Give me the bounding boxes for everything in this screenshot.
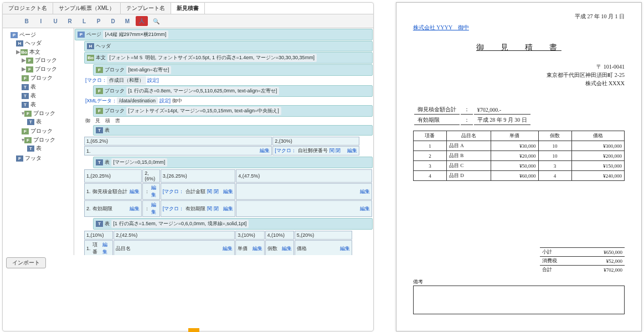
tree-page[interactable]: ページ <box>19 32 36 38</box>
toolbar-btn-r[interactable]: R <box>64 17 76 25</box>
tab-bar: プロジェクト名 サンプル帳票（XML） テンプレート名 新見積書 <box>3 3 373 14</box>
toolbar-btn-p[interactable]: P <box>92 17 105 25</box>
canvas-title: 御 見 積 書 <box>74 117 373 124</box>
table-row: 2品目 B¥20,00010¥200,000 <box>413 151 624 161</box>
structure-tree[interactable]: Pページ Hヘッダ ▶Bo本文 ▶Fブロック ▶Fブロック Fブロック T表 T… <box>3 28 74 255</box>
preview-items-table: 項番 品目名 単価 個数 価格 1品目 A¥30,00010¥300,0002品… <box>413 131 625 181</box>
import-button[interactable]: インポート <box>6 257 46 268</box>
tree-body[interactable]: 本文 <box>29 49 40 55</box>
tab-document[interactable]: 新見積書 <box>171 3 205 14</box>
tree-head[interactable]: ヘッダ <box>25 40 42 46</box>
preview-client: 株式会社 YYYY 御中 <box>413 24 625 32</box>
toolbar-btn-underline[interactable]: U <box>49 17 61 25</box>
layout-canvas[interactable]: Pページ [A4縦 縦297mm×横210mm] Hヘッダ Bo本文 [フォント… <box>74 28 373 255</box>
preview-page: 平成 27 年 10 月 1 日 株式会社 YYYY 御中 御 見 積 書 〒 … <box>396 2 642 331</box>
table-row: 1品目 A¥30,00010¥300,000 <box>413 141 624 151</box>
toolbar-btn-bold[interactable]: B <box>20 17 33 25</box>
preview-date: 平成 27 年 10 月 1 日 <box>413 13 625 20</box>
toolbar-btn-l[interactable]: L <box>78 17 90 25</box>
preview-title: 御 見 積 書 <box>413 43 625 53</box>
preview-sender: 〒 101-0041 東京都千代田区神田須田町 2-25 株式会社 XXXX <box>413 63 625 87</box>
tab-sample-xml[interactable]: サンプル帳票（XML） <box>53 3 121 14</box>
pdf-icon[interactable]: 人 <box>136 16 148 26</box>
toolbar: B I U R L P D M 人 🔍 <box>3 14 373 28</box>
tab-template[interactable]: テンプレート名 <box>121 3 171 14</box>
tree-foot[interactable]: フッタ <box>25 155 42 161</box>
tab-project[interactable]: プロジェクト名 <box>3 3 53 14</box>
table-row: 3品目 C¥50,0003¥150,000 <box>413 161 624 171</box>
toolbar-btn-d[interactable]: D <box>107 17 119 25</box>
page-meta: [A4縦 縦297mm×横210mm] <box>103 30 169 39</box>
preview-summary: 御見積金額合計：¥702,000.- 有効期限：平成 28 年 9 月 30 日 <box>413 104 532 126</box>
search-icon[interactable]: 🔍 <box>150 17 162 25</box>
toolbar-btn-blank[interactable] <box>6 20 18 22</box>
editor-pane: プロジェクト名 サンプル帳票（XML） テンプレート名 新見積書 B I U R… <box>2 2 374 331</box>
preview-totals: 小計¥650,000 消費税¥52,000 合計¥702,000 <box>413 247 625 274</box>
toolbar-btn-m[interactable]: M <box>121 17 133 25</box>
preview-remark: 備考 <box>413 278 625 314</box>
toolbar-btn-italic[interactable]: I <box>35 17 47 25</box>
table-row: 4品目 D¥60,0004¥240,000 <box>413 171 624 181</box>
